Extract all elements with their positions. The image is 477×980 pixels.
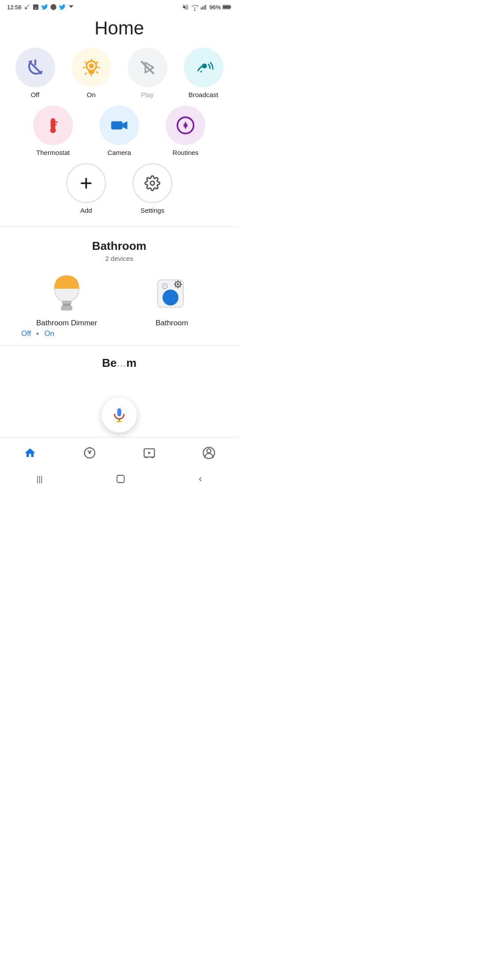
system-home-button[interactable] [116,474,125,484]
play-icon [139,59,156,76]
mute-icon [182,4,189,11]
dimmer-icon-wrap [45,271,89,315]
add-circle [66,163,106,203]
svg-line-43 [175,286,176,286]
nav-home[interactable] [17,440,43,466]
svg-rect-57 [151,456,153,458]
off-control-button[interactable]: Off [21,329,31,338]
quick-actions-row2: Thermostat Camera Routines [0,102,238,160]
action-broadcast[interactable]: Broadcast [184,48,223,98]
bathroom-section: Bathroom 2 devices [0,230,238,338]
battery-percent: 96% [209,4,221,11]
nav-discover-icon [83,447,96,459]
bathroom-plug-item[interactable]: Bathroom [141,271,203,328]
add-label: Add [80,207,92,214]
play-label: Play [141,91,154,98]
system-home-icon [116,474,125,484]
svg-marker-55 [148,451,151,454]
thermostat-icon [43,116,63,135]
controls-separator [36,332,39,335]
svg-line-41 [180,286,180,286]
mic-fab-button[interactable] [102,397,137,433]
time: 12:58 [7,4,22,11]
dimmer-bulb-icon [49,273,84,313]
bottom-nav [0,437,238,468]
camera-label: Camera [107,149,131,156]
system-recents-button[interactable]: ||| [37,475,43,484]
plug-device-icon [153,275,191,312]
dimmer-name: Bathroom Dimmer [36,319,97,328]
nav-media[interactable] [136,440,163,466]
next-room-text: Be...m [102,356,136,369]
quick-actions-row3: Add Settings [0,160,238,223]
on-circle [72,48,111,87]
status-right: 96% [182,4,231,11]
twitter2-icon [59,4,66,11]
svg-point-45 [164,291,177,304]
action-settings[interactable]: Settings [132,163,172,214]
svg-rect-6 [231,6,231,8]
svg-marker-20 [122,121,127,129]
action-add[interactable]: Add [66,163,106,214]
svg-point-53 [89,447,91,449]
plug-icon-wrap [150,271,194,315]
svg-point-35 [177,283,179,285]
svg-line-42 [180,282,180,282]
devices-row: Bathroom Dimmer [11,271,228,328]
svg-rect-60 [117,475,125,483]
on-bulb-icon [82,58,101,77]
svg-point-15 [50,128,56,133]
off-label: Off [31,91,40,98]
off-circle [15,48,55,87]
settings-label: Settings [140,207,164,214]
svg-point-13 [200,71,202,72]
bathroom-dimmer-item[interactable]: Bathroom Dimmer [36,271,98,328]
circle-icon [50,4,57,11]
svg-point-10 [89,64,94,68]
routines-circle [166,106,205,145]
thermostat-circle [33,106,73,145]
svg-rect-3 [204,6,204,10]
nav-media-icon [143,447,155,459]
nav-home-icon [24,447,36,459]
plug-name: Bathroom [155,319,188,328]
svg-rect-1 [201,8,202,10]
svg-rect-27 [62,301,72,304]
svg-rect-29 [61,306,72,310]
broadcast-label: Broadcast [189,91,219,98]
action-thermostat[interactable]: Thermostat [33,106,73,156]
svg-point-52 [88,452,91,454]
svg-rect-28 [63,304,71,306]
device-controls: Off On [11,329,228,338]
on-label: On [87,91,95,98]
svg-rect-4 [205,5,206,10]
svg-point-47 [164,285,166,287]
system-back-button[interactable]: ‹ [199,473,202,485]
wifi-icon [191,4,199,11]
svg-rect-2 [202,7,203,10]
on-control-button[interactable]: On [44,329,54,338]
action-routines[interactable]: Routines [166,106,205,156]
svg-rect-16 [52,120,54,128]
svg-point-58 [207,449,211,452]
status-left: 12:58 [7,4,75,11]
nav-discover[interactable] [76,440,103,466]
status-bar: 12:58 96% [0,0,238,12]
nav-account[interactable] [196,440,222,466]
system-nav: ||| ‹ [0,468,238,490]
svg-rect-56 [145,456,147,458]
settings-icon [144,175,160,191]
twitter-icon [41,4,48,11]
next-room-peek: Be...m [0,349,238,370]
action-camera[interactable]: Camera [99,106,139,156]
svg-line-40 [175,282,176,282]
nav-account-icon [203,447,215,459]
signal-icon [201,4,208,11]
quick-actions-row1: Off On Play [0,48,238,102]
action-off[interactable]: Off [15,48,55,98]
routines-label: Routines [172,149,198,156]
action-play[interactable]: Play [128,48,167,98]
thermostat-label: Thermostat [36,149,70,156]
action-on[interactable]: On [72,48,111,98]
svg-point-25 [151,181,155,185]
